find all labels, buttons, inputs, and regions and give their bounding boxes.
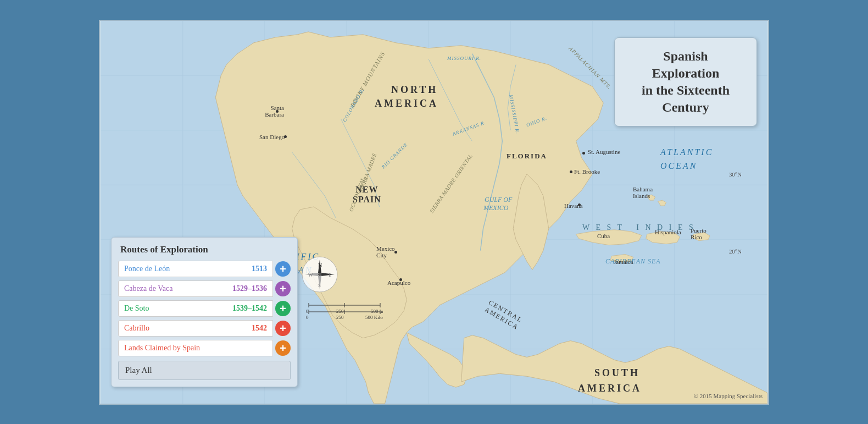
dot-st-augustine [582,152,585,155]
legend-date-cabrillo: 1542 [252,324,267,333]
svg-text:30°N: 30°N [729,171,742,178]
legend-date-cabeza: 1529–1536 [232,284,267,293]
dot-mexico-city [394,251,397,254]
legend-row-desoto: De Soto 1539–1542 + [118,300,291,317]
compass-rose: N S W E [301,255,339,294]
legend-name-lands: Lands Claimed by Spain [124,344,200,353]
legend-label-lands: Lands Claimed by Spain [118,340,273,356]
svg-text:S: S [318,283,321,288]
svg-text:250: 250 [336,315,344,320]
scale-bar: 0 250 500 miles 0 250 500 Kilometers [306,301,383,322]
legend-name-cabeza: Cabeza de Vaca [124,284,173,293]
legend-label-desoto: De Soto 1539–1542 [118,300,273,317]
play-all-row: Play All [118,361,291,380]
svg-text:250: 250 [336,309,344,314]
svg-text:500 miles: 500 miles [371,309,383,314]
svg-text:N: N [318,262,322,268]
cabrillo-toggle-button[interactable]: + [275,321,291,336]
legend-name-desoto: De Soto [124,304,149,313]
svg-text:W: W [308,272,313,278]
legend-panel: Routes of Exploration Ponce de León 1513… [111,237,298,387]
legend-row-cabeza: Cabeza de Vaca 1529–1536 + [118,280,291,297]
play-all-button[interactable]: Play All [118,361,291,380]
svg-text:500 Kilometers: 500 Kilometers [365,315,383,320]
legend-row-ponce: Ponce de León 1513 + [118,261,291,277]
svg-point-28 [318,273,321,276]
map-title: Spanish Exploration in the Sixteenth Cen… [628,48,743,117]
lands-toggle-button[interactable]: + [275,340,291,356]
desoto-toggle-button[interactable]: + [275,301,291,316]
dot-santa-barbara [276,110,279,113]
legend-label-ponce: Ponce de León 1513 [118,261,273,277]
ponce-toggle-button[interactable]: + [275,261,291,277]
cabeza-toggle-button[interactable]: + [275,281,291,296]
title-box: Spanish Exploration in the Sixteenth Cen… [614,37,757,127]
legend-date-desoto: 1539–1542 [232,304,267,313]
legend-date-ponce: 1513 [252,265,267,273]
copyright: © 2015 Mapping Specialists [694,393,763,399]
dot-ft-brooke [570,170,572,173]
svg-text:20°N: 20°N [729,247,742,254]
svg-text:0: 0 [306,309,309,314]
dot-havana [578,203,581,206]
legend-row-lands: Lands Claimed by Spain + [118,340,291,356]
map-container: 40°N 30°N 20°N 100°W 90°W NORTH AMERICA … [99,20,769,405]
legend-name-cabrillo: Cabrillo [124,324,149,333]
legend-name-ponce: Ponce de León [124,265,170,273]
legend-label-cabeza: Cabeza de Vaca 1529–1536 [118,280,273,297]
legend-label-cabrillo: Cabrillo 1542 [118,320,273,337]
svg-text:E: E [329,272,332,278]
dot-san-diego [284,135,287,138]
svg-text:0: 0 [306,315,309,320]
legend-title: Routes of Exploration [118,244,291,255]
legend-row-cabrillo: Cabrillo 1542 + [118,320,291,337]
dot-acapulco [399,278,402,281]
